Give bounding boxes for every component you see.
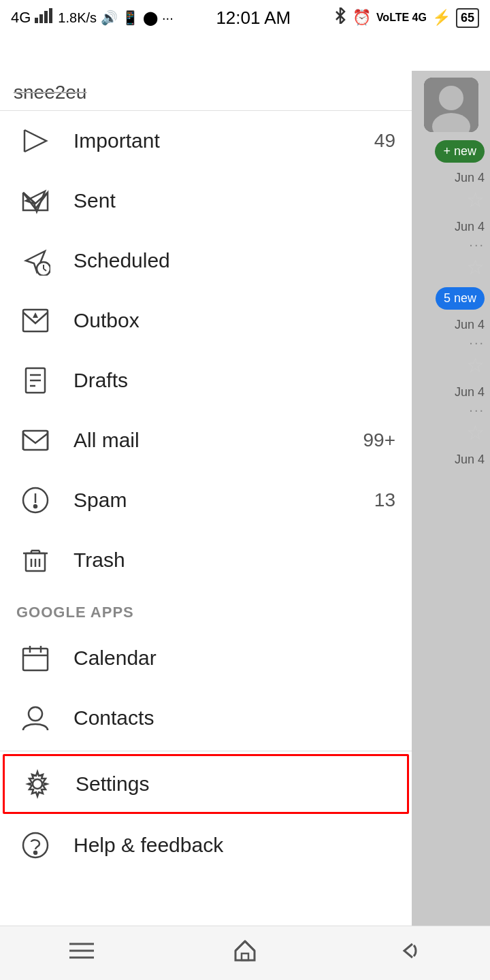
outbox-icon: [16, 301, 54, 340]
dots-4: ···: [469, 402, 485, 418]
nav-item-important[interactable]: Important 49: [0, 111, 412, 171]
circle-icon: ⬤: [143, 10, 158, 26]
email-row-2: Jun 4 ··· ☆: [412, 220, 490, 279]
svg-marker-13: [33, 312, 38, 318]
avatar: [424, 78, 478, 132]
divider: [0, 751, 412, 751]
green-new-button: + new: [435, 140, 485, 163]
trash-icon: [16, 541, 54, 579]
nav-label-allmail: All mail: [74, 429, 363, 452]
nav-label-drafts: Drafts: [74, 369, 395, 392]
new-email-row: + new: [412, 140, 490, 163]
nav-label-sent: Sent: [74, 189, 395, 212]
date-2: Jun 4: [455, 220, 485, 234]
status-left: 4G 1.8K/s 🔊 📱 ⬤ ···: [11, 8, 174, 27]
alarm-icon: ⏰: [353, 9, 371, 27]
dots-icon: ···: [162, 10, 174, 26]
email-row-5: Jun 4: [412, 453, 490, 467]
blue-new-row: 5 new: [412, 287, 490, 310]
important-icon: [16, 122, 54, 160]
signal-bars: [35, 8, 54, 27]
nav-item-spam[interactable]: Spam 13: [0, 470, 412, 530]
nav-label-calendar: Calendar: [74, 647, 395, 670]
svg-rect-18: [23, 431, 48, 450]
dots-2: ···: [469, 237, 485, 252]
svg-point-36: [29, 707, 42, 721]
svg-rect-3: [49, 8, 52, 23]
whatsapp-icon: 📱: [122, 10, 139, 26]
speed-indicator: 1.8K/s: [58, 10, 97, 26]
star-3: ☆: [466, 353, 485, 377]
navigation-drawer: snee2eu Important 49: [0, 71, 412, 961]
status-right: ⏰ VoLTE 4G ⚡ 65: [333, 7, 479, 28]
nav-item-calendar[interactable]: Calendar: [0, 628, 412, 688]
nav-count-important: 49: [374, 130, 395, 152]
nav-count-spam: 13: [374, 489, 395, 511]
scheduled-icon: [16, 242, 54, 280]
nav-label-contacts: Contacts: [74, 706, 395, 730]
calendar-icon: [16, 639, 54, 677]
nav-item-sent[interactable]: Sent: [0, 171, 412, 231]
nav-label-trash: Trash: [74, 549, 395, 572]
bottom-nav-bar: [0, 926, 490, 980]
dots-3: ···: [469, 335, 485, 350]
nav-label-outbox: Outbox: [74, 309, 395, 332]
help-icon: [16, 826, 54, 864]
date-3: Jun 4: [455, 318, 485, 332]
date-1: Jun 4: [455, 171, 485, 185]
nav-count-allmail: 99+: [363, 429, 396, 451]
star-1: ☆: [466, 188, 485, 212]
nav-label-important: Important: [74, 129, 374, 152]
nav-item-allmail[interactable]: All mail 99+: [0, 410, 412, 470]
star-2: ☆: [466, 255, 485, 279]
account-area: snee2eu: [0, 71, 412, 111]
network-indicator: 4G: [11, 9, 31, 27]
svg-point-39: [34, 851, 37, 854]
email-row-4: Jun 4 ··· ☆: [412, 385, 490, 444]
volte-4g-icon: VoLTE 4G: [376, 12, 427, 24]
nav-item-settings[interactable]: Settings: [3, 754, 409, 814]
nav-label-help: Help & feedback: [74, 834, 395, 857]
email-row-3: Jun 4 ··· ☆: [412, 318, 490, 377]
nav-label-spam: Spam: [74, 489, 374, 512]
nav-item-help[interactable]: Help & feedback: [0, 815, 412, 875]
audio-icon: 🔊: [101, 10, 118, 26]
nav-item-contacts[interactable]: Contacts: [0, 688, 412, 748]
bottom-nav-menu[interactable]: [69, 941, 94, 965]
sent-icon: [16, 182, 54, 220]
date-5: Jun 4: [455, 453, 485, 467]
charging-icon: ⚡: [432, 9, 451, 27]
email-list-panel: + new Jun 4 ☆ Jun 4 ··· ☆ 5 new Jun 4 ··…: [412, 71, 490, 961]
svg-rect-0: [35, 18, 38, 23]
allmail-icon: [16, 421, 54, 459]
nav-item-outbox[interactable]: Outbox: [0, 291, 412, 350]
nav-item-drafts[interactable]: Drafts: [0, 350, 412, 410]
blue-new-button: 5 new: [436, 287, 485, 310]
spam-icon: [16, 481, 54, 519]
account-name: snee2eu: [14, 82, 398, 103]
battery-indicator: 65: [456, 8, 479, 28]
nav-item-scheduled[interactable]: Scheduled: [0, 231, 412, 291]
status-time: 12:01 AM: [216, 7, 291, 29]
svg-rect-2: [44, 11, 48, 23]
email-row-1: Jun 4 ☆: [412, 171, 490, 212]
star-4: ☆: [466, 421, 485, 444]
svg-point-37: [33, 779, 42, 789]
svg-point-23: [34, 505, 37, 508]
bottom-nav-back[interactable]: [396, 938, 421, 968]
settings-icon: [18, 765, 56, 803]
svg-point-5: [439, 86, 463, 110]
svg-rect-1: [39, 14, 43, 23]
svg-rect-32: [23, 649, 48, 670]
bluetooth-icon: [333, 7, 347, 28]
date-4: Jun 4: [455, 385, 485, 399]
nav-item-trash[interactable]: Trash: [0, 530, 412, 590]
nav-label-scheduled: Scheduled: [74, 249, 395, 272]
status-bar: 4G 1.8K/s 🔊 📱 ⬤ ··· 12:01 AM ⏰ VoLTE 4G …: [0, 0, 490, 35]
nav-label-settings: Settings: [76, 772, 393, 796]
drafts-icon: [16, 361, 54, 399]
google-apps-header: GOOGLE APPS: [0, 590, 412, 628]
bottom-nav-home[interactable]: [233, 938, 257, 968]
contacts-icon: [16, 699, 54, 737]
